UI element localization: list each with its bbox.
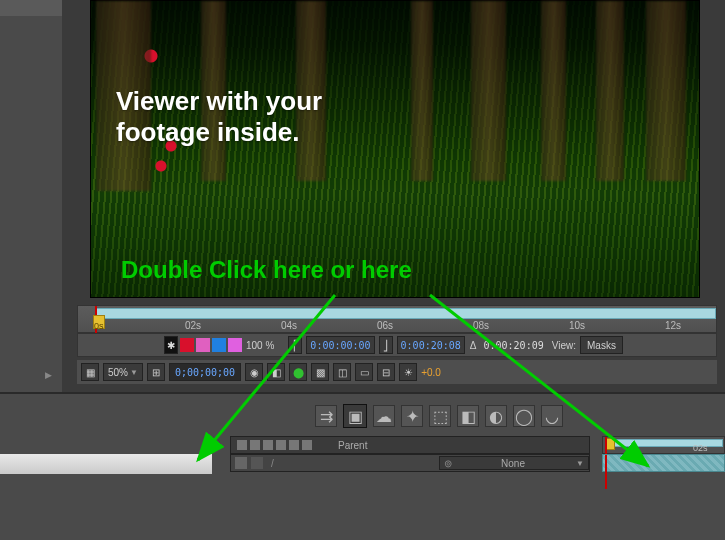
ruler-tick: 04s [281, 320, 297, 331]
graph-editor-icon[interactable]: ◧ [457, 405, 479, 427]
layer-switch-icon[interactable] [235, 457, 247, 469]
draft3d-icon[interactable]: ☁ [373, 405, 395, 427]
ruler-tick: 08s [473, 320, 489, 331]
composition-mini-flowchart-icon[interactable]: ▣ [343, 404, 367, 428]
auto-keyframe-icon[interactable]: ◯ [513, 405, 535, 427]
3d-layer-icon[interactable] [302, 440, 312, 450]
shy-icon[interactable]: ◡ [541, 405, 563, 427]
snapshot-icon[interactable]: ◉ [245, 363, 263, 381]
color-mgmt-icon[interactable]: ⬤ [289, 363, 307, 381]
motion-blur-icon[interactable]: ✦ [401, 405, 423, 427]
annotation-doubleclick: Double Click here or here [121, 256, 412, 284]
silhouette-icon[interactable]: ✱ [164, 336, 178, 354]
playhead-flag-icon[interactable]: 0s [93, 315, 105, 329]
brainstorm-icon[interactable]: ◐ [485, 405, 507, 427]
view-label: View: [552, 340, 576, 351]
timeline-panel: ⇉ ▣ ☁ ✦ ⬚ ◧ ◐ ◯ ◡ Parent / [0, 392, 725, 540]
delta-label: Δ [470, 340, 477, 351]
show-channel-icon[interactable]: ◧ [267, 363, 285, 381]
preview-time-ruler[interactable]: 0s 02s 04s 06s 08s 10s 12s [77, 305, 717, 333]
color-swatch-red[interactable] [180, 338, 194, 352]
guides-icon[interactable]: ⊟ [377, 363, 395, 381]
frame-blend-icon[interactable]: ⬚ [429, 405, 451, 427]
mask-toggle-icon[interactable]: ◫ [333, 363, 351, 381]
viewer-footer-bar: ▦ 50%▼ ⊞ 0;00;00;00 ◉ ◧ ⬤ ▩ ◫ ▭ ⊟ ☀ +0.0 [77, 360, 717, 384]
timecode-in[interactable]: 0:00:00:00 [306, 336, 374, 354]
resolution-dropdown-icon[interactable]: ⊞ [147, 363, 165, 381]
color-swatch-pink[interactable] [228, 338, 242, 352]
motion-blur-col-icon[interactable] [276, 440, 286, 450]
annotation-caption: Viewer with your footage inside. [116, 86, 322, 148]
fx-icon[interactable] [263, 440, 273, 450]
region-icon[interactable]: ▭ [355, 363, 373, 381]
timeline-toolbar: ⇉ ▣ ☁ ✦ ⬚ ◧ ◐ ◯ ◡ [315, 402, 725, 430]
timecode-duration: 0:00:20:09 [480, 336, 546, 354]
av-features-icon[interactable] [237, 440, 247, 450]
out-bracket-icon[interactable]: ⎦ [379, 336, 393, 354]
view-mode-dropdown[interactable]: Masks [580, 336, 623, 354]
color-swatch-magenta[interactable] [196, 338, 210, 352]
expand-arrow-icon[interactable]: ▶ [45, 370, 52, 380]
timecode-out[interactable]: 0:00:20:08 [397, 336, 465, 354]
mode-icon[interactable] [250, 440, 260, 450]
ruler-tick: 12s [665, 320, 681, 331]
layer-switch-icon[interactable] [251, 457, 263, 469]
flowchart-icon[interactable]: ⇉ [315, 405, 337, 427]
adj-layer-icon[interactable] [289, 440, 299, 450]
exposure-icon[interactable]: ☀ [399, 363, 417, 381]
parent-column-label: Parent [338, 440, 367, 451]
left-panel-tabstrip[interactable] [0, 0, 62, 16]
app-frame: ▶ Viewer with your footage inside. Doubl… [0, 0, 725, 540]
footage-preview [91, 1, 699, 297]
viewer-controls-bar: ✱ 100 % ⎡ 0:00:00:00 ⎦ 0:00:20:08 Δ 0:00… [77, 333, 717, 357]
current-timecode[interactable]: 0;00;00;00 [169, 363, 241, 381]
grid-toggle-icon[interactable]: ▦ [81, 363, 99, 381]
in-bracket-icon[interactable]: ⎡ [288, 336, 302, 354]
resolution-readout[interactable]: 100 % [246, 340, 274, 351]
layer-column-headers: Parent [230, 436, 590, 454]
ruler-tick: 02s [693, 443, 708, 453]
ruler-tick: 10s [569, 320, 585, 331]
color-swatch-blue[interactable] [212, 338, 226, 352]
parent-dropdown[interactable]: ⊚ None ▼ [439, 456, 589, 470]
timeline-ruler[interactable]: 02s [602, 436, 725, 454]
exposure-readout[interactable]: +0.0 [421, 367, 441, 378]
composition-viewer[interactable]: Viewer with your footage inside. Double … [90, 0, 700, 298]
transparency-grid-icon[interactable]: ▩ [311, 363, 329, 381]
layer-name-cell[interactable] [0, 454, 212, 474]
layer-track-bar[interactable] [602, 454, 725, 472]
work-area-bar[interactable] [96, 308, 716, 319]
ruler-tick: 02s [185, 320, 201, 331]
ruler-tick: 06s [377, 320, 393, 331]
layer-row[interactable]: / ⊚ None ▼ [230, 454, 590, 472]
magnification-dropdown[interactable]: 50%▼ [103, 363, 143, 381]
